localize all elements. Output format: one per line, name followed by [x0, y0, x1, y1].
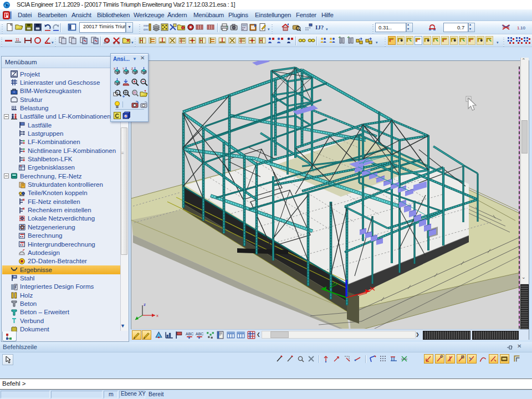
- svg-text:x: x: [156, 313, 158, 318]
- svg-text:IJ?: IJ?: [315, 24, 324, 30]
- svg-text:C: C: [115, 113, 119, 119]
- svg-text:cm: cm: [144, 28, 148, 31]
- svg-text:ABC: ABC: [196, 332, 203, 336]
- svg-text:X: X: [114, 67, 116, 70]
- svg-text:mm: mm: [144, 24, 149, 27]
- svg-text:Z: Z: [131, 67, 133, 70]
- svg-text:11: 11: [16, 38, 19, 42]
- svg-text:z: z: [144, 302, 146, 307]
- svg-text:Y: Y: [122, 67, 125, 70]
- svg-text:ABC: ABC: [186, 332, 193, 336]
- svg-text:10: 10: [520, 25, 525, 30]
- svg-text:R: R: [134, 91, 136, 95]
